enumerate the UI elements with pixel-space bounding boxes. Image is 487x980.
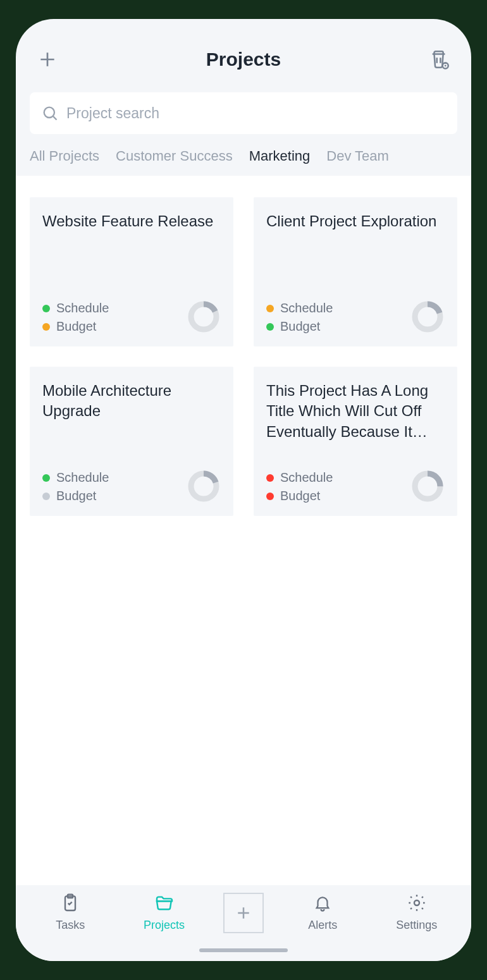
trash-archive-icon	[429, 49, 450, 70]
clipboard-icon	[60, 893, 80, 916]
svg-point-5	[445, 65, 447, 67]
project-grid: Website Feature ReleaseScheduleBudgetCli…	[30, 197, 457, 516]
tabbar-alerts[interactable]: Alerts	[288, 893, 357, 932]
budget-label: Budget	[280, 489, 320, 503]
progress-ring-icon	[410, 469, 445, 503]
project-card-bottom: ScheduleBudget	[266, 469, 445, 503]
project-card[interactable]: This Project Has A Long Title Which Will…	[254, 367, 457, 516]
filter-tab[interactable]: Marketing	[249, 148, 311, 164]
project-card[interactable]: Mobile Architecture UpgradeScheduleBudge…	[30, 367, 233, 516]
tabbar-label: Settings	[396, 919, 437, 932]
schedule-status: Schedule	[266, 301, 333, 315]
status-dot-icon	[42, 323, 50, 331]
status-dot-icon	[266, 305, 274, 312]
folder-icon	[154, 893, 175, 916]
schedule-status: Schedule	[42, 470, 109, 485]
filter-tab[interactable]: Customer Success	[116, 148, 233, 164]
project-title: Website Feature Release	[42, 211, 221, 274]
create-button[interactable]	[223, 893, 264, 933]
budget-status: Budget	[266, 489, 333, 503]
progress-ring-icon	[187, 469, 221, 503]
status-dot-icon	[266, 474, 274, 482]
search-input[interactable]	[66, 105, 446, 122]
status-dot-icon	[266, 323, 274, 331]
archive-button[interactable]	[426, 46, 453, 73]
progress-ring-icon	[187, 300, 221, 334]
tabbar-settings[interactable]: Settings	[382, 893, 452, 932]
progress-ring-icon	[410, 300, 445, 334]
schedule-label: Schedule	[56, 470, 109, 485]
project-card-bottom: ScheduleBudget	[266, 300, 445, 334]
project-card-bottom: ScheduleBudget	[42, 469, 221, 503]
svg-point-21	[414, 900, 419, 905]
filter-tab[interactable]: All Projects	[30, 148, 99, 164]
project-statuses: ScheduleBudget	[266, 470, 333, 503]
schedule-label: Schedule	[280, 470, 333, 485]
status-dot-icon	[42, 493, 50, 500]
schedule-label: Schedule	[280, 301, 333, 315]
budget-status: Budget	[42, 319, 109, 334]
tabbar-label: Tasks	[56, 919, 85, 932]
app-frame: Projects All ProjectsCustomer SuccessMar…	[16, 19, 471, 961]
bell-icon	[313, 893, 332, 916]
status-dot-icon	[42, 305, 50, 312]
header: Projects	[16, 19, 471, 82]
schedule-label: Schedule	[56, 301, 109, 315]
project-statuses: ScheduleBudget	[266, 301, 333, 334]
budget-status: Budget	[266, 319, 333, 334]
plus-icon	[37, 49, 58, 70]
filter-tabs: All ProjectsCustomer SuccessMarketingDev…	[16, 134, 471, 176]
gear-icon	[407, 893, 427, 916]
project-card[interactable]: Website Feature ReleaseScheduleBudget	[30, 197, 233, 346]
svg-line-8	[53, 116, 57, 120]
tabbar-label: Projects	[144, 919, 185, 932]
budget-label: Budget	[56, 489, 96, 503]
budget-label: Budget	[280, 319, 320, 334]
tabbar-tasks[interactable]: Tasks	[35, 893, 105, 932]
add-project-button[interactable]	[34, 46, 61, 73]
home-indicator	[199, 948, 288, 952]
tabbar-projects[interactable]: Projects	[130, 893, 199, 932]
content: Website Feature ReleaseScheduleBudgetCli…	[16, 176, 471, 885]
project-card-bottom: ScheduleBudget	[42, 300, 221, 334]
project-title: Mobile Architecture Upgrade	[42, 381, 221, 444]
search-wrap	[16, 82, 471, 134]
page-title: Projects	[61, 49, 426, 70]
project-title: Client Project Exploration	[266, 211, 445, 274]
search-field[interactable]	[30, 92, 457, 134]
budget-label: Budget	[56, 319, 96, 334]
filter-tab[interactable]: Dev Team	[326, 148, 389, 164]
status-dot-icon	[266, 493, 274, 500]
search-icon	[41, 104, 59, 122]
project-statuses: ScheduleBudget	[42, 301, 109, 334]
tabbar-label: Alerts	[308, 919, 337, 932]
project-title: This Project Has A Long Title Which Will…	[266, 381, 445, 444]
plus-icon	[234, 903, 253, 922]
svg-point-7	[44, 107, 54, 118]
project-card[interactable]: Client Project ExplorationScheduleBudget	[254, 197, 457, 346]
status-dot-icon	[42, 474, 50, 482]
schedule-status: Schedule	[42, 301, 109, 315]
budget-status: Budget	[42, 489, 109, 503]
schedule-status: Schedule	[266, 470, 333, 485]
project-statuses: ScheduleBudget	[42, 470, 109, 503]
